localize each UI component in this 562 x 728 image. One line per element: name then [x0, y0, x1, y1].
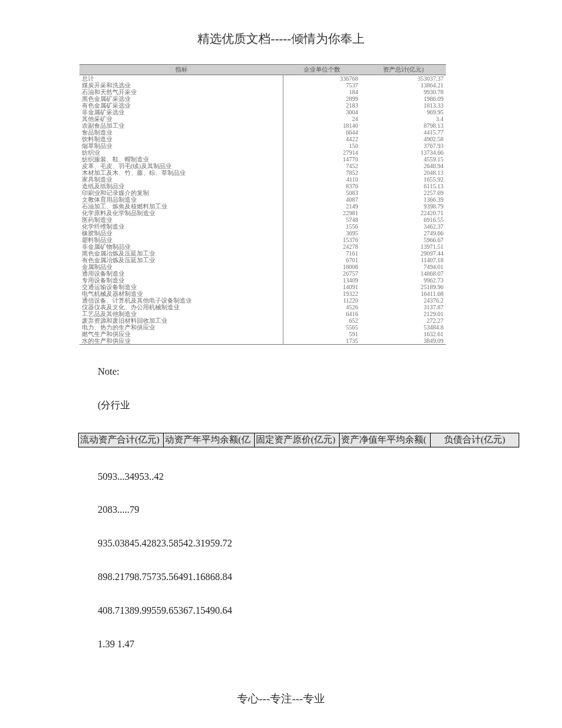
row-count: 14091 — [283, 284, 361, 290]
row-assets: 16411.68 — [360, 290, 446, 297]
table-row: 文教体育用品制造业40871366.39 — [79, 196, 446, 203]
row-assets: 24376.2 — [360, 297, 446, 304]
row-count: 4422 — [283, 136, 361, 142]
row-assets: 8798.13 — [360, 122, 446, 129]
row-assets: 3462.37 — [360, 223, 446, 230]
row-name: 石油和天然气开采业 — [79, 89, 283, 95]
row-count: 27914 — [283, 149, 361, 156]
row-assets: 3137.87 — [360, 304, 446, 311]
table-row: 非金属矿采选业3004969.95 — [79, 109, 446, 116]
row-assets: 353037.37 — [360, 75, 446, 83]
row-count: 5565 — [283, 324, 361, 331]
table-row: 医药制造业57486916.55 — [79, 216, 446, 223]
row-count: 1556 — [283, 223, 361, 230]
row-name: 文教体育用品制造业 — [79, 196, 283, 203]
row-assets: 3849.09 — [360, 337, 446, 345]
note-label: Note: — [98, 366, 525, 378]
row-count: 13409 — [283, 277, 361, 284]
row-name: 通用设备制造业 — [79, 270, 283, 277]
table-row: 有色金属冶炼及压延加工业670111407.18 — [79, 257, 446, 263]
row-name: 纺织业 — [79, 149, 283, 156]
row-name: 有色金属矿采选业 — [79, 102, 283, 109]
row-assets: 9962.73 — [360, 277, 446, 284]
row-assets: 9930.78 — [360, 89, 446, 95]
row-name: 黑色金属矿采选业 — [79, 95, 283, 102]
row-count: 15376 — [283, 237, 361, 243]
row-name: 印刷业和记录媒介的复制 — [79, 189, 283, 196]
row-assets: 13734.66 — [360, 149, 446, 156]
table-row: 纺织业2791413734.66 — [79, 149, 446, 156]
row-name: 木材加工及木、竹、藤、棕、草制品业 — [79, 169, 283, 176]
row-name: 橡胶制品业 — [79, 230, 283, 237]
row-assets: 1986.09 — [360, 95, 446, 102]
row-assets: 25189.96 — [360, 284, 446, 290]
row-name: 医药制造业 — [79, 216, 283, 223]
row-name: 有色金属冶炼及压延加工业 — [79, 257, 283, 263]
row-count: 24278 — [283, 243, 361, 250]
table-row: 烟草制品业1503767.93 — [79, 142, 446, 149]
table-row: 石油加工、炼焦及核燃料加工业21499398.79 — [79, 203, 446, 210]
row-name: 电气机械及器材制造业 — [79, 290, 283, 297]
row-assets: 1632.61 — [360, 331, 446, 337]
row-name: 化学原料及化学制品制造业 — [79, 210, 283, 216]
row-assets: 6115.13 — [360, 183, 446, 189]
table-row: 食品制造业66444415.77 — [79, 129, 446, 136]
row-name: 造纸及纸制品业 — [79, 183, 283, 189]
body-text-block: Note: (分行业 — [98, 366, 525, 412]
numeric-line: 1.39 1.47 — [98, 638, 525, 651]
row-name: 仪器仪表及文化、办公用机械制造业 — [79, 304, 283, 311]
row-assets: 4559.15 — [360, 156, 446, 163]
col-header-count: 企业单位个数 — [283, 65, 361, 75]
row-assets: 7494.01 — [360, 263, 446, 270]
table-row: 金属制品业180087494.01 — [79, 263, 446, 270]
table-body: 总计336768353037.37煤炭开采和洗选业753713864.21石油和… — [79, 75, 446, 345]
row-assets: 29097.44 — [360, 250, 446, 257]
row-name: 通信设备、计算机及其他电子设备制造业 — [79, 297, 283, 304]
row-assets: 13971.51 — [360, 243, 446, 250]
row-name: 专用设备制造业 — [79, 277, 283, 284]
numeric-line: 898.21798.75735.56491.16868.84 — [98, 571, 525, 584]
numeric-line: 408.71389.99559.65367.15490.64 — [98, 605, 525, 617]
col-header-assets: 资产总计(亿元) — [360, 65, 446, 75]
row-assets: 3767.93 — [360, 142, 446, 149]
page-footer: 专心---专注---专业 — [0, 691, 562, 706]
row-name: 化学纤维制造业 — [79, 223, 283, 230]
row-assets: 2257.69 — [360, 189, 446, 196]
row-assets: 969.95 — [360, 109, 446, 116]
table-row: 塑料制品业153765966.67 — [79, 237, 446, 243]
table-row: 水的生产和供应业17353849.09 — [79, 337, 446, 345]
row-count: 7452 — [283, 163, 361, 169]
table-row: 非金属矿物制品业2427813971.51 — [79, 243, 446, 250]
row-count: 3004 — [283, 109, 361, 116]
industry-table-wrap: 指标 企业单位个数 资产总计(亿元) 总计336768353037.37煤炭开采… — [79, 64, 446, 345]
row-count: 18008 — [283, 263, 361, 270]
row-assets: 1813.33 — [360, 102, 446, 109]
row-name: 交通运输设备制造业 — [79, 284, 283, 290]
col-header-indicator: 指标 — [79, 65, 283, 75]
row-count: 26757 — [283, 270, 361, 277]
table-row: 煤炭开采和洗选业753713864.21 — [79, 82, 446, 89]
row-assets: 2648.94 — [360, 163, 446, 169]
row-name: 饮料制造业 — [79, 136, 283, 142]
table-row: 化学纤维制造业15563462.37 — [79, 223, 446, 230]
column-band: 流动资产合计(亿元) 动资产年平均余额(亿 固定资产原价(亿元) 资产净值年平均… — [78, 433, 519, 447]
table-row: 专用设备制造业134099962.73 — [79, 277, 446, 284]
row-count: 2899 — [283, 95, 361, 102]
row-count: 1735 — [283, 337, 361, 345]
table-row: 有色金属矿采选业21831813.33 — [79, 102, 446, 109]
row-count: 7852 — [283, 169, 361, 176]
table-row: 黑色金属冶炼及压延加工业716129097.44 — [79, 250, 446, 257]
row-count: 6701 — [283, 257, 361, 263]
subnote-text: (分行业 — [98, 399, 525, 412]
row-name: 黑色金属冶炼及压延加工业 — [79, 250, 283, 257]
band-cell-avg-balance: 动资产年平均余额(亿 — [164, 433, 255, 447]
row-name: 工艺品及其他制造业 — [79, 311, 283, 317]
table-row: 橡胶制品业36952749.66 — [79, 230, 446, 237]
row-assets: 4415.77 — [360, 129, 446, 136]
row-count: 2183 — [283, 102, 361, 109]
row-assets: 2129.01 — [360, 311, 446, 317]
table-row: 饮料制造业44224902.58 — [79, 136, 446, 142]
band-cell-net-value: 资产净值年平均余额( — [340, 433, 431, 447]
row-name: 总计 — [79, 75, 283, 83]
row-name: 食品制造业 — [79, 129, 283, 136]
